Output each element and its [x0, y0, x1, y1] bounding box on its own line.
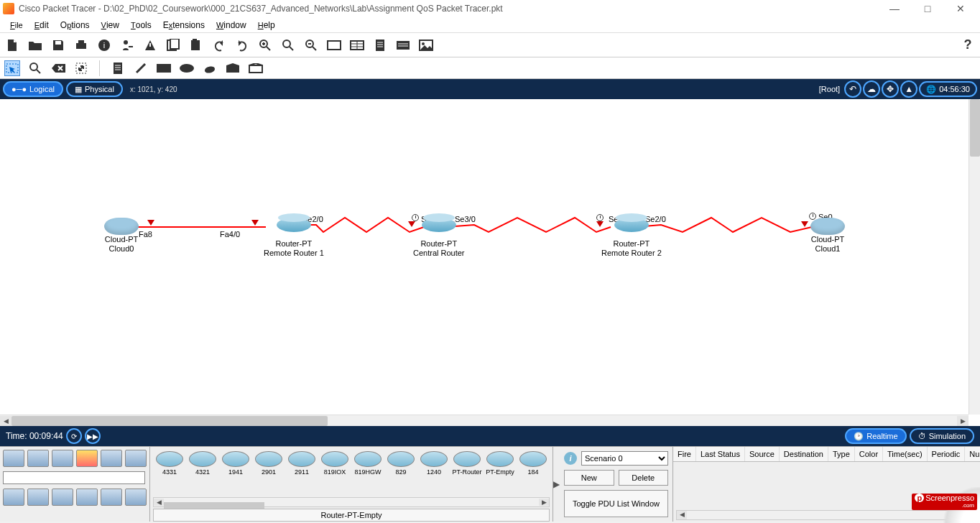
- device-model-PT-Router[interactable]: PT-Router: [452, 451, 482, 476]
- subcategory-security[interactable]: [101, 489, 122, 506]
- vertical-scrollbar[interactable]: [969, 99, 980, 415]
- back-nav-icon[interactable]: ↶: [844, 80, 861, 98]
- new-scenario-button[interactable]: New: [564, 470, 614, 486]
- pdu-header-periodic[interactable]: Periodic: [928, 447, 966, 461]
- horizontal-scrollbar[interactable]: ◀▶: [0, 415, 969, 426]
- logical-view-button[interactable]: ●─● Logical: [3, 81, 63, 97]
- category-components[interactable]: [52, 450, 73, 467]
- pdu-header-destination[interactable]: Destination: [780, 447, 828, 461]
- ellipse-tool-icon[interactable]: [179, 60, 195, 76]
- minimize-button[interactable]: —: [878, 0, 911, 17]
- save-icon[interactable]: [50, 37, 66, 53]
- subcategory-wireless[interactable]: [76, 489, 98, 506]
- rect-tool-icon[interactable]: [156, 60, 172, 76]
- simulation-button[interactable]: ⏱ Simulation: [910, 428, 974, 444]
- undo-icon[interactable]: [165, 37, 181, 53]
- models-scrollbar[interactable]: ◀▶: [153, 497, 550, 507]
- paste-icon[interactable]: [142, 37, 158, 53]
- image-icon[interactable]: [418, 37, 434, 53]
- panel-expand-icon[interactable]: ▶: [553, 447, 560, 522]
- copy-icon[interactable]: [119, 37, 135, 53]
- device-cloud1[interactable]: Cloud-PT Cloud1: [810, 218, 845, 254]
- move-icon[interactable]: ✥: [882, 80, 899, 98]
- device-model-2901[interactable]: 2901: [254, 451, 284, 476]
- custom-device-icon[interactable]: [372, 37, 388, 53]
- pdu-header-laststatus[interactable]: Last Status: [696, 447, 745, 461]
- pdu-scrollbar[interactable]: ◀▶: [676, 510, 980, 520]
- open-file-icon[interactable]: [27, 37, 43, 53]
- root-path[interactable]: [Root]: [819, 85, 840, 93]
- device-model-819HGW[interactable]: 819HGW: [353, 451, 383, 476]
- pdu-header-timesec[interactable]: Time(sec): [883, 447, 927, 461]
- menu-file[interactable]: File: [4, 19, 29, 32]
- fast-forward-icon[interactable]: ▶▶: [85, 428, 101, 444]
- subcategory-wan[interactable]: [125, 489, 147, 506]
- workspace[interactable]: Fa8 Fa4/0 Se2/0 Se2/0 Se3/0 Se3/0 Se2/0 …: [0, 99, 980, 426]
- pdu-header-source[interactable]: Source: [745, 447, 780, 461]
- view-command-log-icon[interactable]: [395, 37, 411, 53]
- maximize-button[interactable]: □: [911, 0, 944, 17]
- drawing-table-icon[interactable]: [349, 37, 365, 53]
- resize-tool-icon[interactable]: [73, 60, 89, 76]
- freeform-tool-icon[interactable]: [202, 60, 218, 76]
- device-model-184[interactable]: 184: [518, 451, 548, 476]
- device-model-1941[interactable]: 1941: [221, 451, 251, 476]
- subcategory-routers[interactable]: [3, 489, 24, 506]
- category-misc[interactable]: [101, 450, 122, 467]
- device-remote-router-1[interactable]: Router-PT Remote Router 1: [264, 218, 324, 258]
- device-model-4321[interactable]: 4321: [188, 451, 218, 476]
- drawing-rect-icon[interactable]: [326, 37, 342, 53]
- subcategory-hubs[interactable]: [52, 489, 73, 506]
- device-model-4331[interactable]: 4331: [154, 451, 185, 476]
- line-tool-icon[interactable]: [133, 60, 149, 76]
- delete-scenario-button[interactable]: Delete: [619, 470, 669, 486]
- menu-options[interactable]: Options: [55, 19, 96, 32]
- redo-icon[interactable]: [188, 37, 204, 53]
- simple-pdu-icon[interactable]: [225, 60, 241, 76]
- power-cycle-icon[interactable]: ⟳: [66, 428, 82, 444]
- category-multiuser[interactable]: [125, 450, 147, 467]
- menu-tools[interactable]: Tools: [125, 19, 157, 32]
- new-file-icon[interactable]: [4, 37, 20, 53]
- device-cloud0[interactable]: Cloud-PT Cloud0: [104, 218, 139, 254]
- pdu-header-num[interactable]: Num: [965, 447, 980, 461]
- delete-tool-icon[interactable]: [50, 60, 66, 76]
- menu-extensions[interactable]: Extensions: [157, 19, 211, 32]
- menu-view[interactable]: View: [96, 19, 125, 32]
- inspect-tool-icon[interactable]: [27, 60, 43, 76]
- pdu-header-type[interactable]: Type: [828, 447, 855, 461]
- device-central-router[interactable]: Router-PT Central Router: [413, 218, 465, 258]
- cluster-icon[interactable]: ☁: [863, 80, 880, 98]
- select-tool-icon[interactable]: [4, 60, 20, 76]
- device-model-1240[interactable]: 1240: [419, 451, 449, 476]
- redo-arrow-icon[interactable]: [234, 37, 250, 53]
- print-icon[interactable]: [73, 37, 89, 53]
- complex-pdu-icon[interactable]: [248, 60, 264, 76]
- device-search-input[interactable]: [3, 471, 145, 484]
- category-connections[interactable]: [76, 450, 98, 467]
- env-time-display[interactable]: 🌐 04:56:30: [919, 81, 977, 97]
- device-model-PT-Empty[interactable]: PT-Empty: [485, 451, 515, 476]
- activity-wizard-icon[interactable]: i: [96, 37, 112, 53]
- menu-help[interactable]: Help: [252, 19, 281, 32]
- device-model-2911[interactable]: 2911: [287, 451, 317, 476]
- close-button[interactable]: ✕: [944, 0, 977, 17]
- device-remote-router-2[interactable]: Router-PT Remote Router 2: [601, 218, 662, 258]
- undo-arrow-icon[interactable]: [211, 37, 227, 53]
- menu-window[interactable]: Window: [211, 19, 252, 32]
- pdu-header-fire[interactable]: Fire: [673, 447, 696, 461]
- help-icon[interactable]: ?: [960, 37, 976, 53]
- device-model-819IOX[interactable]: 819IOX: [320, 451, 350, 476]
- physical-view-button[interactable]: ▦ Physical: [66, 81, 123, 97]
- pdu-header-color[interactable]: Color: [855, 447, 883, 461]
- toggle-pdu-list-button[interactable]: Toggle PDU List Window: [564, 490, 668, 517]
- zoom-in-icon[interactable]: [257, 37, 273, 53]
- set-bg-icon[interactable]: ▲: [900, 80, 917, 98]
- zoom-reset-icon[interactable]: [280, 37, 296, 53]
- info-icon[interactable]: i: [564, 452, 577, 465]
- realtime-button[interactable]: 🕑 Realtime: [845, 428, 906, 444]
- note-tool-icon[interactable]: [110, 60, 126, 76]
- category-network-devices[interactable]: [3, 450, 24, 467]
- scenario-select[interactable]: Scenario 0: [581, 451, 668, 466]
- subcategory-switches[interactable]: [27, 489, 49, 506]
